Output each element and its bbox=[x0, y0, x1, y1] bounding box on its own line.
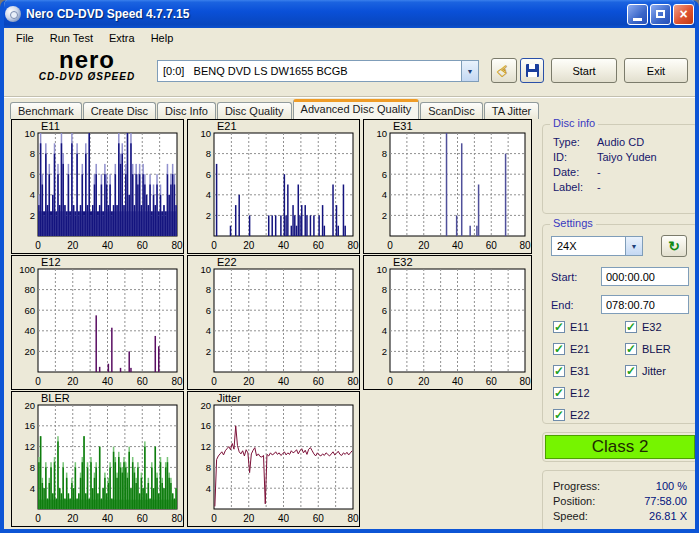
checkbox-e31[interactable]: E31 bbox=[553, 365, 590, 377]
tab-disc-info[interactable]: Disc Info bbox=[157, 102, 216, 119]
speed-selector[interactable]: 24X ▼ bbox=[551, 236, 643, 256]
nero-logo-text: nero bbox=[22, 49, 152, 71]
checkbox-e21[interactable]: E21 bbox=[553, 343, 590, 355]
x-tick-label: 0 bbox=[211, 240, 217, 251]
menu-file[interactable]: File bbox=[8, 30, 42, 46]
progress-value: 100 % bbox=[656, 480, 687, 492]
toolbar-separator bbox=[4, 96, 695, 98]
x-tick-label: 80 bbox=[347, 513, 359, 524]
chart-cell-e11: 246810020406080E11 bbox=[11, 119, 184, 254]
y-tick-label: 60 bbox=[24, 305, 35, 316]
disc-info-row-date: Date: - bbox=[543, 163, 697, 178]
x-tick-label: 20 bbox=[243, 376, 255, 387]
y-tick-label: 8 bbox=[30, 462, 35, 473]
maximize-button[interactable] bbox=[650, 4, 671, 25]
chart-cell-empty bbox=[363, 391, 532, 527]
y-tick-label: 8 bbox=[206, 284, 211, 295]
y-tick-label: 2 bbox=[382, 210, 387, 221]
minimize-icon bbox=[633, 18, 642, 21]
x-tick-label: 0 bbox=[387, 376, 393, 387]
x-tick-label: 80 bbox=[519, 240, 531, 251]
position-value: 77:58.00 bbox=[644, 495, 687, 507]
tab-create-disc[interactable]: Create Disc bbox=[83, 102, 156, 119]
app-window: Nero CD-DVD Speed 4.7.7.15 × File Run Te… bbox=[0, 0, 699, 533]
nero-logo: nero CD-DVD ØSPEED bbox=[22, 49, 152, 82]
refresh-button[interactable]: ↻ bbox=[661, 235, 687, 257]
chevron-down-icon[interactable]: ▼ bbox=[625, 237, 642, 255]
status-row-position: Position: 77:58.00 bbox=[543, 492, 697, 507]
x-tick-label: 80 bbox=[171, 376, 183, 387]
end-input[interactable] bbox=[601, 295, 689, 314]
settings-title: Settings bbox=[550, 217, 596, 229]
chart-cell-e22: 246810020406080E22 bbox=[187, 255, 360, 390]
close-button[interactable]: × bbox=[673, 4, 694, 25]
y-tick-label: 6 bbox=[382, 169, 387, 180]
select-test-button[interactable]: ☞ bbox=[491, 58, 517, 83]
x-tick-label: 60 bbox=[486, 376, 498, 387]
start-button[interactable]: Start bbox=[551, 58, 617, 83]
menu-run-test[interactable]: Run Test bbox=[42, 30, 101, 46]
chevron-down-icon[interactable]: ▼ bbox=[461, 61, 478, 81]
menu-help[interactable]: Help bbox=[143, 30, 182, 46]
start-field-row: Start: bbox=[551, 267, 689, 286]
y-tick-label: 12 bbox=[24, 441, 35, 452]
tab-scandisc[interactable]: ScanDisc bbox=[420, 102, 482, 119]
tab-advanced-disc-quality[interactable]: Advanced Disc Quality bbox=[293, 99, 420, 119]
tab-benchmark[interactable]: Benchmark bbox=[10, 102, 82, 119]
chart-svg-E31: 246810020406080E31 bbox=[364, 120, 531, 253]
disc-info-group: Disc info Type: Audio CD ID: Taiyo Yuden… bbox=[542, 124, 698, 214]
checkbox-e32[interactable]: E32 bbox=[625, 321, 662, 333]
checkbox-jitter[interactable]: Jitter bbox=[625, 365, 666, 377]
chart-cell-e21: 246810020406080E21 bbox=[187, 119, 360, 254]
y-tick-label: 8 bbox=[206, 148, 211, 159]
checkbox-e11[interactable]: E11 bbox=[553, 321, 589, 333]
checkbox-e12[interactable]: E12 bbox=[553, 387, 590, 399]
x-tick-label: 20 bbox=[418, 376, 430, 387]
minimize-button[interactable] bbox=[627, 4, 648, 25]
right-panel: Disc info Type: Audio CD ID: Taiyo Yuden… bbox=[542, 124, 698, 532]
checkbox-bler[interactable]: BLER bbox=[625, 343, 671, 355]
chart-svg-E12: 20406080100020406080E12 bbox=[12, 256, 183, 389]
save-button[interactable] bbox=[520, 58, 544, 83]
quality-class-frame: Class 2 bbox=[542, 432, 698, 462]
chart-svg-Jitter: 48121620020406080Jitter bbox=[188, 392, 359, 526]
y-tick-label: 2 bbox=[30, 210, 35, 221]
status-group: Progress: 100 % Position: 77:58.00 Speed… bbox=[542, 470, 698, 532]
y-tick-label: 20 bbox=[24, 346, 35, 357]
chart-title: E21 bbox=[217, 120, 237, 132]
checkbox-e22[interactable]: E22 bbox=[553, 409, 590, 421]
title-bar: Nero CD-DVD Speed 4.7.7.15 × bbox=[0, 0, 699, 28]
x-tick-label: 60 bbox=[137, 513, 149, 524]
chart-title: E22 bbox=[217, 256, 237, 268]
y-tick-label: 6 bbox=[206, 305, 211, 316]
x-tick-label: 40 bbox=[452, 376, 464, 387]
chart-svg-E22: 246810020406080E22 bbox=[188, 256, 359, 389]
x-tick-label: 60 bbox=[137, 240, 149, 251]
chart-cell-e31: 246810020406080E31 bbox=[363, 119, 532, 254]
refresh-icon: ↻ bbox=[668, 239, 680, 253]
y-tick-label: 2 bbox=[206, 346, 211, 357]
y-tick-label: 10 bbox=[200, 128, 211, 139]
disc-info-row-id: ID: Taiyo Yuden bbox=[543, 148, 697, 163]
check-icon bbox=[625, 343, 637, 355]
exit-button[interactable]: Exit bbox=[624, 58, 688, 83]
maximize-icon bbox=[656, 10, 665, 18]
chart-cell-e32: 246810020406080E32 bbox=[363, 255, 532, 390]
y-tick-label: 10 bbox=[376, 264, 387, 275]
y-tick-label: 4 bbox=[382, 325, 387, 336]
menu-bar: File Run Test Extra Help bbox=[4, 28, 695, 47]
end-field-row: End: bbox=[551, 295, 689, 314]
x-tick-label: 40 bbox=[102, 376, 114, 387]
tab-ta-jitter[interactable]: TA Jitter bbox=[484, 102, 540, 119]
tab-disc-quality[interactable]: Disc Quality bbox=[217, 102, 292, 119]
drive-selector[interactable]: [0:0] BENQ DVD LS DW1655 BCGB ▼ bbox=[157, 60, 479, 82]
y-tick-label: 2 bbox=[206, 210, 211, 221]
chart-cell-bler: 48121620020406080BLER bbox=[11, 391, 184, 527]
start-input[interactable] bbox=[601, 267, 689, 286]
x-tick-label: 0 bbox=[387, 240, 393, 251]
speed-value: 26.81 X bbox=[649, 510, 687, 522]
menu-extra[interactable]: Extra bbox=[101, 30, 143, 46]
app-icon bbox=[5, 6, 21, 22]
x-tick-label: 60 bbox=[486, 240, 498, 251]
y-tick-label: 4 bbox=[30, 189, 35, 200]
